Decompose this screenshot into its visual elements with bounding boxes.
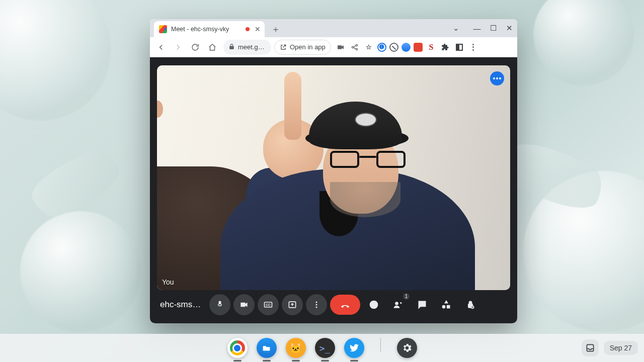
extensions-row: ☆ ➊ S (335, 42, 479, 53)
svg-point-8 (316, 307, 317, 308)
video-tile-self[interactable]: You (157, 65, 510, 290)
forward-button[interactable] (170, 39, 186, 55)
shelf-divider (380, 338, 381, 352)
extension-blocker-icon[interactable] (389, 43, 398, 52)
twitter-icon (349, 342, 360, 353)
tab-strip: Meet - ehc-smsy-vky ✕ ＋ ⌄ — ☐ ✕ (150, 19, 517, 37)
tray-holding-space-button[interactable] (582, 339, 599, 356)
window-maximize-button[interactable]: ☐ (488, 24, 498, 33)
meet-favicon-icon (159, 25, 167, 33)
tile-more-button[interactable] (490, 71, 504, 85)
terminal-icon: >_ (319, 343, 331, 353)
svg-rect-14 (587, 344, 593, 351)
browser-toolbar: meet.g… Open in app ☆ ➊ S (150, 37, 517, 57)
extensions-menu-button[interactable] (440, 42, 451, 53)
open-in-app-label: Open in app (290, 43, 326, 51)
address-bar[interactable]: meet.g… (223, 40, 271, 55)
chrome-window: Meet - ehc-smsy-vky ✕ ＋ ⌄ — ☐ ✕ meet.g… … (150, 19, 517, 323)
gear-icon (401, 342, 413, 353)
side-panel-button[interactable] (454, 42, 465, 53)
chromeos-shelf: 🐱 >_ Sep 27 (0, 334, 644, 362)
shelf-app-settings[interactable] (397, 338, 417, 358)
home-button[interactable] (204, 39, 220, 55)
people-panel-button[interactable]: 1 (387, 294, 409, 315)
shelf-app-terminal[interactable]: >_ (315, 338, 335, 358)
extension-blue-icon[interactable] (401, 43, 411, 52)
svg-point-6 (316, 302, 317, 303)
extension-todoist-icon[interactable] (414, 43, 423, 52)
recording-indicator-icon (246, 27, 250, 31)
shelf-app-twitter[interactable] (344, 338, 364, 358)
shelf-app-files[interactable] (257, 338, 277, 358)
shelf-apps: 🐱 >_ (227, 338, 417, 358)
svg-point-7 (316, 304, 317, 306)
share-icon[interactable] (349, 42, 360, 53)
video-feed-placeholder (157, 65, 510, 290)
window-close-button[interactable]: ✕ (504, 24, 514, 33)
activities-button[interactable] (436, 294, 457, 315)
camera-permission-icon[interactable] (335, 42, 346, 53)
system-tray[interactable]: Sep 27 (582, 334, 638, 362)
meet-control-bar: ehc-sms… CC 1 (157, 290, 510, 319)
self-label: You (162, 278, 174, 286)
svg-point-10 (395, 302, 398, 305)
shelf-app-orange[interactable]: 🐱 (286, 338, 306, 358)
files-icon (261, 342, 272, 353)
extension-s-icon[interactable]: S (426, 42, 437, 53)
meeting-code: ehc-sms… (160, 300, 206, 310)
chat-panel-button[interactable] (412, 294, 433, 315)
new-tab-button[interactable]: ＋ (269, 22, 283, 36)
leave-call-button[interactable] (330, 295, 360, 315)
chrome-menu-button[interactable] (468, 42, 479, 53)
captions-button[interactable]: CC (258, 294, 279, 315)
window-minimize-button[interactable]: — (472, 24, 482, 33)
wallpaper-blob (533, 0, 634, 85)
wallpaper-blob (0, 0, 111, 121)
meet-viewport: You ehc-sms… CC 1 (150, 57, 517, 323)
tab-close-button[interactable]: ✕ (254, 25, 262, 33)
bookmark-star-button[interactable]: ☆ (363, 42, 374, 53)
present-screen-button[interactable] (282, 294, 303, 315)
host-controls-button[interactable] (460, 294, 481, 315)
browser-tab[interactable]: Meet - ehc-smsy-vky ✕ (154, 21, 265, 37)
reload-button[interactable] (187, 39, 203, 55)
chrome-icon (230, 340, 245, 355)
open-in-app-button[interactable]: Open in app (274, 40, 331, 55)
more-options-button[interactable] (306, 294, 327, 315)
wallpaper-blob (20, 211, 141, 332)
svg-text:CC: CC (266, 303, 271, 307)
lock-icon (228, 43, 235, 51)
back-button[interactable] (153, 39, 169, 55)
open-external-icon (280, 44, 287, 51)
extension-1password-icon[interactable]: ➊ (377, 43, 386, 52)
orange-app-icon: 🐱 (289, 342, 302, 354)
shelf-app-chrome[interactable] (227, 338, 248, 358)
tray-date[interactable]: Sep 27 (604, 341, 638, 355)
url-text: meet.g… (238, 43, 265, 51)
tab-search-button[interactable]: ⌄ (451, 24, 461, 33)
mic-toggle-button[interactable] (209, 294, 230, 315)
tab-title: Meet - ehc-smsy-vky (171, 26, 242, 33)
camera-toggle-button[interactable] (233, 294, 255, 315)
meeting-details-button[interactable] (363, 294, 384, 315)
participant-count-badge: 1 (402, 292, 411, 301)
